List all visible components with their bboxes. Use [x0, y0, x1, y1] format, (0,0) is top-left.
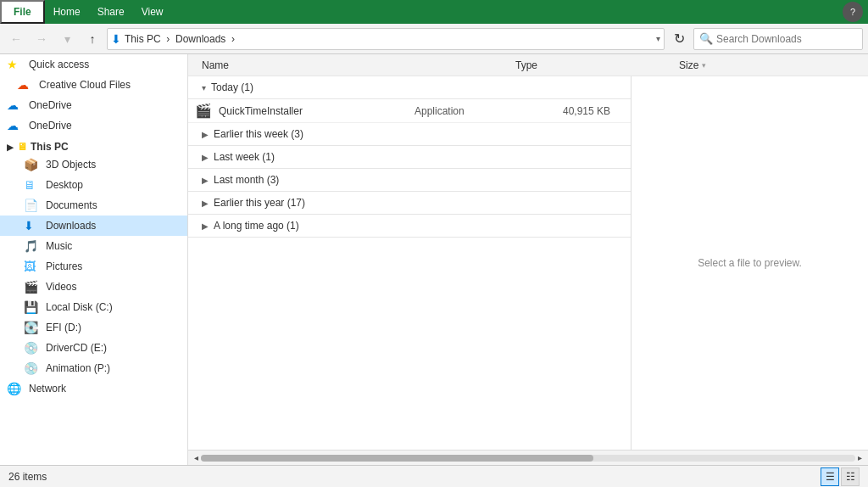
item-count: 26 items: [8, 471, 47, 483]
sidebar-localdisk-label: Local Disk (C:): [46, 301, 113, 313]
onedrive-business-icon: ☁: [7, 119, 24, 132]
home-menu-item[interactable]: Home: [45, 0, 89, 24]
group-today-label: Today (1): [211, 81, 253, 93]
group-long-ago-label: A long time ago (1): [214, 220, 299, 232]
efi-icon: 💽: [24, 321, 41, 334]
sidebar-desktop-label: Desktop: [46, 179, 83, 191]
main-body: ★ Quick access ☁ Creative Cloud Files ☁ …: [0, 54, 868, 465]
scroll-left-arrow[interactable]: ◂: [192, 453, 201, 462]
name-column-header[interactable]: Name: [195, 59, 509, 71]
group-last-month-label: Last month (3): [214, 174, 279, 186]
sidebar-quick-access-label: Quick access: [29, 59, 89, 70]
view-menu-item[interactable]: View: [133, 0, 172, 24]
horizontal-scrollbar[interactable]: ◂ ▸: [188, 450, 868, 465]
group-earlier-year[interactable]: ▶ Earlier this year (17): [188, 192, 631, 215]
sidebar-thispc-header[interactable]: ▶ 🖥 This PC: [0, 136, 187, 154]
earlier-year-chevron-icon: ▶: [202, 199, 209, 208]
details-view-button[interactable]: ☰: [821, 467, 839, 486]
menu-bar: File Home Share View ?: [0, 0, 868, 24]
search-input[interactable]: [716, 33, 857, 45]
group-earlier-year-label: Earlier this year (17): [214, 197, 305, 209]
last-month-chevron-icon: ▶: [202, 176, 209, 185]
sidebar-item-quick-access[interactable]: ★ Quick access: [0, 54, 187, 75]
sidebar-documents-label: Documents: [46, 199, 97, 211]
back-button[interactable]: ←: [5, 28, 27, 50]
scroll-track[interactable]: [201, 455, 855, 462]
sidebar-music-label: Music: [46, 240, 72, 252]
group-earlier-week-label: Earlier this week (3): [214, 128, 303, 140]
address-text: This PC › Downloads ›: [125, 33, 653, 45]
refresh-button[interactable]: ↻: [668, 28, 690, 50]
file-name-quicktime: QuickTimeInstaller: [219, 105, 415, 117]
forward-button[interactable]: →: [31, 28, 53, 50]
sidebar-item-onedrive-business[interactable]: ☁ OneDrive: [0, 115, 187, 136]
type-column-header[interactable]: Type: [509, 59, 672, 71]
scroll-right-arrow[interactable]: ▸: [855, 453, 865, 462]
group-earlier-week[interactable]: ▶ Earlier this week (3): [188, 123, 631, 146]
tiles-view-button[interactable]: ☷: [841, 467, 860, 486]
sidebar-item-creative-cloud[interactable]: ☁ Creative Cloud Files: [0, 75, 187, 95]
sidebar-item-localdisk[interactable]: 💾 Local Disk (C:): [0, 297, 187, 317]
quicktime-icon: 🎬: [195, 103, 214, 119]
local-disk-icon: 💾: [24, 300, 41, 314]
sidebar-item-desktop[interactable]: 🖥 Desktop: [0, 175, 187, 195]
sidebar-item-efi[interactable]: 💽 EFI (D:): [0, 317, 187, 338]
sidebar-network-label: Network: [29, 383, 66, 395]
group-long-ago[interactable]: ▶ A long time ago (1): [188, 215, 631, 238]
sidebar-onedrive-personal-label: OneDrive: [29, 99, 72, 111]
dropdown-history-button[interactable]: ▾: [56, 28, 78, 50]
sidebar-item-animation[interactable]: 💿 Animation (P:): [0, 358, 187, 378]
sidebar-onedrive-business-label: OneDrive: [29, 120, 72, 132]
sidebar-item-music[interactable]: 🎵 Music: [0, 236, 187, 256]
sidebar-item-videos[interactable]: 🎬 Videos: [0, 277, 187, 297]
group-last-week[interactable]: ▶ Last week (1): [188, 146, 631, 169]
scroll-thumb[interactable]: [201, 455, 593, 462]
group-last-week-label: Last week (1): [214, 151, 275, 163]
sidebar: ★ Quick access ☁ Creative Cloud Files ☁ …: [0, 54, 188, 465]
onedrive-personal-icon: ☁: [7, 98, 24, 112]
sidebar-item-drivercd[interactable]: 💿 DriverCD (E:): [0, 338, 187, 358]
sidebar-pictures-label: Pictures: [46, 260, 82, 272]
file-quicktimeinstaller[interactable]: 🎬 QuickTimeInstaller Application 40,915 …: [188, 99, 631, 123]
sidebar-item-pictures[interactable]: 🖼 Pictures: [0, 256, 187, 277]
share-menu-item[interactable]: Share: [89, 0, 133, 24]
up-button[interactable]: ↑: [81, 28, 103, 50]
file-type-quicktime: Application: [415, 105, 513, 117]
column-headers: Name Type Size ▾: [188, 54, 868, 76]
view-buttons: ☰ ☷: [821, 467, 860, 486]
address-bar[interactable]: ⬇ This PC › Downloads › ▾: [107, 28, 665, 50]
sidebar-item-onedrive-personal[interactable]: ☁ OneDrive: [0, 95, 187, 115]
sidebar-item-network[interactable]: 🌐 Network: [0, 378, 187, 399]
sidebar-drivercd-label: DriverCD (E:): [46, 342, 107, 354]
file-menu-button[interactable]: File: [0, 0, 45, 24]
this-pc-icon: 🖥: [17, 141, 27, 153]
sidebar-3dobjects-label: 3D Objects: [46, 159, 96, 171]
earlier-week-chevron-icon: ▶: [202, 130, 209, 139]
sidebar-item-downloads[interactable]: ⬇ Downloads: [0, 216, 187, 236]
today-chevron-icon: ▾: [202, 83, 206, 92]
sidebar-efi-label: EFI (D:): [46, 322, 81, 333]
sidebar-animation-label: Animation (P:): [46, 362, 110, 374]
documents-icon: 📄: [24, 199, 41, 212]
group-today[interactable]: ▾ Today (1): [188, 76, 631, 99]
preview-text: Select a file to preview.: [698, 257, 802, 269]
sidebar-item-3dobjects[interactable]: 📦 3D Objects: [0, 154, 187, 175]
size-column-header[interactable]: Size ▾: [672, 59, 836, 71]
network-icon: 🌐: [7, 382, 24, 395]
address-dropdown-icon[interactable]: ▾: [656, 34, 660, 43]
file-list: ▾ Today (1) 🎬 QuickTimeInstaller Applica…: [188, 76, 631, 450]
sidebar-videos-label: Videos: [46, 281, 76, 293]
animation-icon: 💿: [24, 361, 41, 375]
music-icon: 🎵: [24, 239, 41, 253]
downloads-addr-icon: ⬇: [111, 32, 121, 46]
drivercd-icon: 💿: [24, 341, 41, 355]
help-button[interactable]: ?: [843, 2, 863, 22]
sidebar-item-documents[interactable]: 📄 Documents: [0, 195, 187, 216]
creative-cloud-icon: ☁: [17, 78, 34, 92]
group-last-month[interactable]: ▶ Last month (3): [188, 169, 631, 192]
sort-icon: ▾: [702, 61, 706, 70]
thispc-chevron-icon: ▶: [7, 143, 14, 152]
pictures-icon: 🖼: [24, 260, 41, 273]
downloads-icon: ⬇: [24, 219, 41, 232]
desktop-icon: 🖥: [24, 178, 41, 192]
